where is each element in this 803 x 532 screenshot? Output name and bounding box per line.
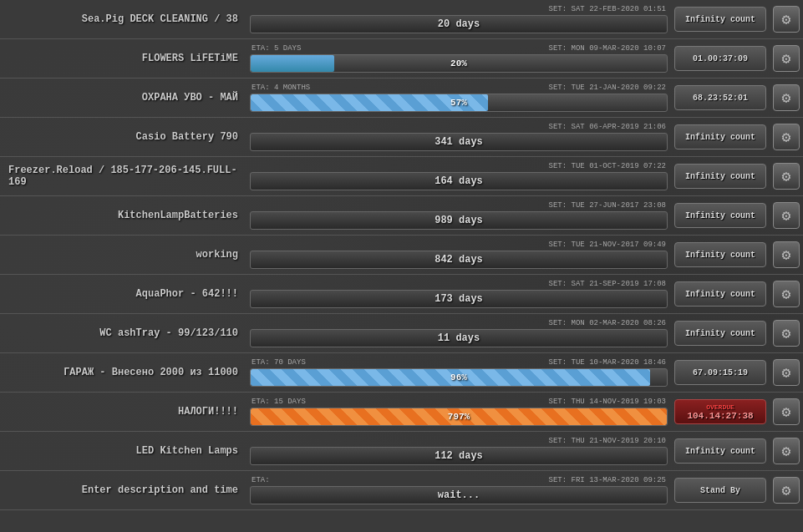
bar-text-freezer: 164 days — [435, 175, 483, 187]
value-cell-freezer: Infinity count — [671, 157, 770, 195]
value-text-ohrana[interactable]: 68.23:52:01 — [674, 85, 766, 110]
value-text-garazh[interactable]: 67.09:15:19 — [674, 360, 766, 385]
meta-right: SET: SAT 06-APR-2019 21:06 — [549, 123, 666, 131]
row-label-kitchen-lamp: KitchenLampBatteries — [0, 196, 246, 235]
gear-cell-garazh: ⚙ — [770, 353, 803, 392]
table-row: ОХРАНА УВО - МАЙETA: 4 MONTHSSET: TUE 21… — [0, 79, 803, 118]
gear-cell-enter-desc: ⚙ — [770, 471, 803, 509]
gear-cell-ohrana: ⚙ — [770, 79, 803, 117]
row-label-enter-desc: Enter description and time — [0, 471, 246, 509]
row-middle-kitchen-lamp: SET: TUE 27-JUN-2017 23:08989 days — [246, 196, 671, 235]
meta-left: ETA: 15 DAYS — [252, 398, 306, 406]
row-label-led-kitchen: LED Kitchen Lamps — [0, 432, 246, 470]
table-row: FLOWERS LiFETiMEETA: 5 DAYSSET: MON 09-M… — [0, 39, 803, 79]
meta-right: SET: THU 14-NOV-2019 19:03 — [549, 398, 666, 406]
value-text-working[interactable]: Infinity count — [674, 242, 766, 267]
bar-text-ohrana: 57% — [450, 98, 467, 108]
gear-button-wc-ashtray[interactable]: ⚙ — [773, 320, 800, 347]
row-middle-casio: SET: SAT 06-APR-2019 21:06341 days — [246, 118, 671, 156]
meta-right: SET: THU 21-NOV-2019 20:10 — [549, 437, 666, 445]
gear-button-kitchen-lamp[interactable]: ⚙ — [773, 202, 800, 229]
value-text-kitchen-lamp[interactable]: Infinity count — [674, 203, 766, 228]
row-middle-freezer: SET: TUE 01-OCT-2019 07:22164 days — [246, 157, 671, 195]
table-row: AquaPhor - 642!!!SET: SAT 21-SEP-2019 17… — [0, 275, 803, 314]
row-label-wc-ashtray: WC ashTray - 99/123/110 — [0, 314, 246, 352]
row-middle-enter-desc: ETA:SET: FRI 13-MAR-2020 09:25wait... — [246, 471, 671, 509]
gear-button-casio[interactable]: ⚙ — [773, 124, 800, 150]
gear-button-ohrana[interactable]: ⚙ — [773, 84, 800, 111]
bar-text-led-kitchen: 112 days — [435, 450, 483, 462]
table-row: Casio Battery 790SET: SAT 06-APR-2019 21… — [0, 118, 803, 157]
meta-right: SET: TUE 27-JUN-2017 23:08 — [549, 201, 666, 210]
gear-button-flowers[interactable]: ⚙ — [773, 45, 800, 72]
row-meta-garazh: ETA: 70 DAYSSET: TUE 10-MAR-2020 18:46 — [250, 358, 668, 367]
row-middle-led-kitchen: SET: THU 21-NOV-2019 20:10112 days — [246, 432, 671, 470]
bar-text-kitchen-lamp: 989 days — [435, 215, 483, 226]
overdue-label: OVERDUE — [706, 403, 734, 411]
bar-text-flowers: 20% — [450, 58, 467, 68]
gear-cell-flowers: ⚙ — [770, 39, 803, 78]
progress-bar-freezer: 164 days — [250, 172, 668, 190]
value-cell-garazh: 67.09:15:19 — [671, 353, 770, 392]
bar-text-nalogi: 797% — [448, 412, 470, 422]
progress-bar-wc-ashtray: 11 days — [250, 329, 668, 347]
progress-bar-garazh: 96% — [250, 368, 668, 387]
value-text-aquaphor[interactable]: Infinity count — [674, 281, 766, 307]
gear-button-nalogi[interactable]: ⚙ — [773, 398, 800, 425]
row-label-ohrana: ОХРАНА УВО - МАЙ — [0, 79, 246, 117]
table-row: НАЛОГИ!!!!ETA: 15 DAYSSET: THU 14-NOV-20… — [0, 393, 803, 432]
progress-bar-working: 842 days — [250, 251, 668, 269]
row-meta-led-kitchen: SET: THU 21-NOV-2019 20:10 — [250, 437, 668, 445]
value-cell-casio: Infinity count — [671, 118, 770, 156]
row-meta-nalogi: ETA: 15 DAYSSET: THU 14-NOV-2019 19:03 — [250, 398, 668, 406]
gear-cell-working: ⚙ — [770, 236, 803, 274]
row-label-sea-pig: Sea.Pig DECK CLEANING / 38 — [0, 0, 246, 38]
progress-bar-flowers: 20% — [250, 54, 668, 73]
row-meta-aquaphor: SET: SAT 21-SEP-2019 17:08 — [250, 280, 668, 288]
progress-bar-nalogi: 797% — [250, 408, 668, 426]
meta-right: SET: SAT 22-FEB-2020 01:51 — [549, 5, 666, 13]
meta-right: SET: TUE 10-MAR-2020 18:46 — [549, 358, 666, 367]
value-cell-enter-desc: Stand By — [671, 471, 770, 509]
value-cell-nalogi: OVERDUE104.14:27:38 — [671, 393, 770, 431]
gear-button-working[interactable]: ⚙ — [773, 241, 800, 268]
row-meta-wc-ashtray: SET: MON 02-MAR-2020 08:26 — [250, 319, 668, 327]
meta-right: SET: TUE 21-JAN-2020 09:22 — [549, 84, 666, 92]
row-label-freezer: Freezer.Reload / 185-177-206-145.FULL-16… — [0, 157, 246, 195]
bar-text-aquaphor: 173 days — [435, 293, 483, 305]
gear-cell-freezer: ⚙ — [770, 157, 803, 195]
table-row: KitchenLampBatteriesSET: TUE 27-JUN-2017… — [0, 196, 803, 236]
row-meta-working: SET: TUE 21-NOV-2017 09:49 — [250, 241, 668, 249]
progress-bar-sea-pig: 20 days — [250, 15, 668, 33]
value-text-sea-pig[interactable]: Infinity count — [674, 7, 766, 32]
main-container: Sea.Pig DECK CLEANING / 38SET: SAT 22-FE… — [0, 0, 803, 510]
gear-button-sea-pig[interactable]: ⚙ — [773, 6, 800, 33]
value-text-enter-desc[interactable]: Stand By — [674, 478, 766, 503]
value-text-wc-ashtray[interactable]: Infinity count — [674, 321, 766, 346]
value-text-led-kitchen[interactable]: Infinity count — [674, 438, 766, 464]
gear-button-led-kitchen[interactable]: ⚙ — [773, 438, 800, 464]
row-middle-aquaphor: SET: SAT 21-SEP-2019 17:08173 days — [246, 275, 671, 313]
gear-button-garazh[interactable]: ⚙ — [773, 359, 800, 386]
row-middle-wc-ashtray: SET: MON 02-MAR-2020 08:2611 days — [246, 314, 671, 352]
gear-button-enter-desc[interactable]: ⚙ — [773, 477, 800, 504]
value-cell-kitchen-lamp: Infinity count — [671, 196, 770, 235]
gear-button-aquaphor[interactable]: ⚙ — [773, 281, 800, 307]
value-cell-flowers: 01.00:37:09 — [671, 39, 770, 78]
bar-text-casio: 341 days — [435, 136, 483, 148]
bar-text-sea-pig: 20 days — [438, 18, 480, 30]
meta-left: ETA: 4 MONTHS — [252, 84, 310, 92]
meta-right: SET: FRI 13-MAR-2020 09:25 — [549, 476, 666, 484]
meta-right: SET: MON 09-MAR-2020 10:07 — [549, 44, 666, 53]
row-meta-ohrana: ETA: 4 MONTHSSET: TUE 21-JAN-2020 09:22 — [250, 84, 668, 92]
progress-bar-aquaphor: 173 days — [250, 290, 668, 308]
value-text-flowers[interactable]: 01.00:37:09 — [674, 46, 766, 71]
value-text-freezer[interactable]: Infinity count — [674, 164, 766, 189]
value-button-nalogi[interactable]: OVERDUE104.14:27:38 — [674, 399, 766, 424]
gear-button-freezer[interactable]: ⚙ — [773, 163, 800, 190]
value-text-casio[interactable]: Infinity count — [674, 124, 766, 149]
row-label-aquaphor: AquaPhor - 642!!! — [0, 275, 246, 313]
bar-text-enter-desc: wait... — [438, 489, 480, 501]
progress-bar-kitchen-lamp: 989 days — [250, 211, 668, 230]
row-meta-kitchen-lamp: SET: TUE 27-JUN-2017 23:08 — [250, 201, 668, 210]
